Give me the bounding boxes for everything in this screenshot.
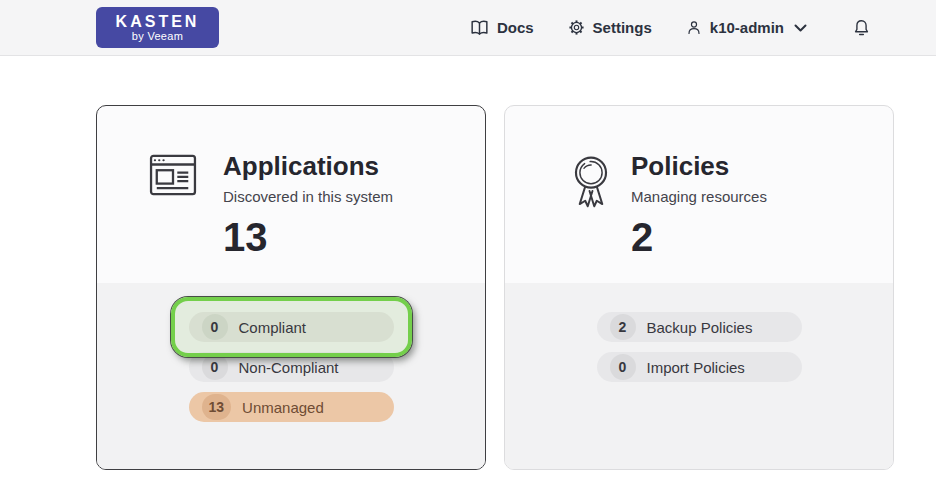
bell-icon <box>853 18 870 38</box>
backup-policies-label: Backup Policies <box>647 319 753 336</box>
unmanaged-pill[interactable]: 13 Unmanaged <box>189 392 394 422</box>
policies-count: 2 <box>631 216 767 258</box>
top-navbar: KASTEN by Veeam Docs <box>0 0 936 56</box>
non-compliant-label: Non-Compliant <box>239 359 339 376</box>
unmanaged-count-badge: 13 <box>202 394 232 420</box>
user-menu[interactable]: k10-admin <box>686 19 807 36</box>
logo-subtitle: by Veeam <box>132 30 183 43</box>
compliant-pill[interactable]: 0 Compliant <box>189 312 394 342</box>
policies-card-header: Policies Managing resources 2 <box>505 106 893 283</box>
compliant-label: Compliant <box>239 319 307 336</box>
docs-link[interactable]: Docs <box>470 19 534 37</box>
docs-label: Docs <box>497 19 534 36</box>
user-icon <box>686 19 702 36</box>
kasten-logo[interactable]: KASTEN by Veeam <box>96 7 219 48</box>
applications-pill-list: 0 Compliant 0 Non-Compliant 13 Unmanaged <box>97 283 485 469</box>
settings-label: Settings <box>593 19 652 36</box>
user-label: k10-admin <box>710 19 784 36</box>
settings-link[interactable]: Settings <box>568 19 652 36</box>
policies-pill-list: 2 Backup Policies 0 Import Policies <box>505 283 893 469</box>
dashboard: Applications Discovered in this system 1… <box>0 56 936 470</box>
import-policies-label: Import Policies <box>647 359 745 376</box>
policies-card-text: Policies Managing resources 2 <box>631 151 767 283</box>
policies-card[interactable]: Policies Managing resources 2 2 Backup P… <box>504 105 894 470</box>
applications-icon-column <box>149 151 223 283</box>
applications-card-text: Applications Discovered in this system 1… <box>223 151 393 283</box>
backup-policies-count-badge: 2 <box>610 314 636 340</box>
award-icon <box>571 154 611 209</box>
annotation-highlight-box: 0 Compliant <box>171 297 412 357</box>
policies-subtitle: Managing resources <box>631 188 767 205</box>
import-policies-count-badge: 0 <box>610 354 636 380</box>
gear-icon <box>568 19 585 36</box>
compliant-count-badge: 0 <box>202 314 228 340</box>
applications-card[interactable]: Applications Discovered in this system 1… <box>96 105 486 470</box>
applications-count: 13 <box>223 216 393 258</box>
policies-title: Policies <box>631 151 767 181</box>
backup-policies-pill[interactable]: 2 Backup Policies <box>597 312 802 342</box>
chevron-down-icon <box>794 24 807 32</box>
notifications-button[interactable] <box>853 18 870 38</box>
unmanaged-label: Unmanaged <box>242 399 324 416</box>
navbar-menu: Docs Settings <box>470 18 870 38</box>
non-compliant-count-badge: 0 <box>202 354 228 380</box>
logo-title: KASTEN <box>116 13 200 30</box>
applications-subtitle: Discovered in this system <box>223 188 393 205</box>
import-policies-pill[interactable]: 0 Import Policies <box>597 352 802 382</box>
book-icon <box>470 19 489 37</box>
app-window-icon <box>149 154 197 196</box>
applications-card-header: Applications Discovered in this system 1… <box>97 106 485 283</box>
applications-title: Applications <box>223 151 393 181</box>
policies-icon-column <box>557 151 631 283</box>
